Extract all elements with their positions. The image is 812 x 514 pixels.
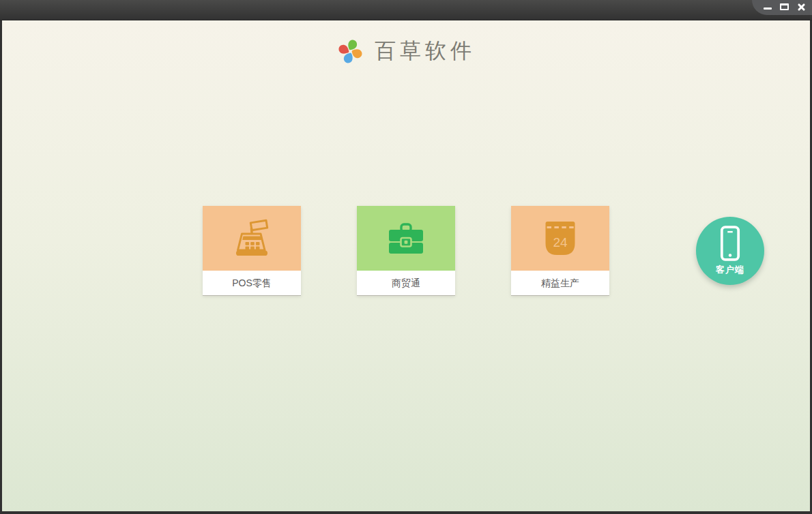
product-card-lean[interactable]: 24 精益生产 bbox=[511, 206, 609, 295]
minimize-button[interactable] bbox=[762, 2, 773, 12]
client-label: 客户端 bbox=[716, 264, 744, 276]
maximize-icon bbox=[780, 3, 789, 10]
product-tile-lean: 24 bbox=[511, 206, 609, 271]
main-content: 百草软件 POS零 bbox=[2, 20, 810, 511]
briefcase-icon bbox=[386, 222, 426, 256]
product-card-pos[interactable]: POS零售 bbox=[203, 206, 301, 295]
cash-register-icon bbox=[231, 219, 273, 258]
product-card-trade[interactable]: 商贸通 bbox=[357, 206, 455, 295]
app-window: { "window": { "controls": { "minimize": … bbox=[0, 0, 812, 514]
client-button[interactable]: 客户端 bbox=[696, 217, 764, 285]
app-title: 百草软件 bbox=[375, 37, 476, 65]
product-tile-trade bbox=[357, 206, 455, 271]
product-label-pos: POS零售 bbox=[203, 271, 301, 295]
product-label-lean: 精益生产 bbox=[511, 271, 609, 295]
maximize-button[interactable] bbox=[779, 2, 790, 12]
pinwheel-logo-icon bbox=[336, 37, 364, 65]
close-button[interactable] bbox=[796, 2, 807, 12]
product-tile-pos bbox=[203, 206, 301, 271]
calendar-day-number: 24 bbox=[553, 235, 568, 249]
product-label-trade: 商贸通 bbox=[357, 271, 455, 295]
brand: 百草软件 bbox=[2, 37, 810, 65]
calendar-icon: 24 bbox=[539, 220, 581, 257]
titlebar[interactable] bbox=[0, 0, 812, 20]
smartphone-icon bbox=[720, 226, 740, 262]
close-icon bbox=[797, 3, 806, 12]
minimize-icon bbox=[764, 7, 772, 10]
window-controls bbox=[762, 1, 807, 12]
